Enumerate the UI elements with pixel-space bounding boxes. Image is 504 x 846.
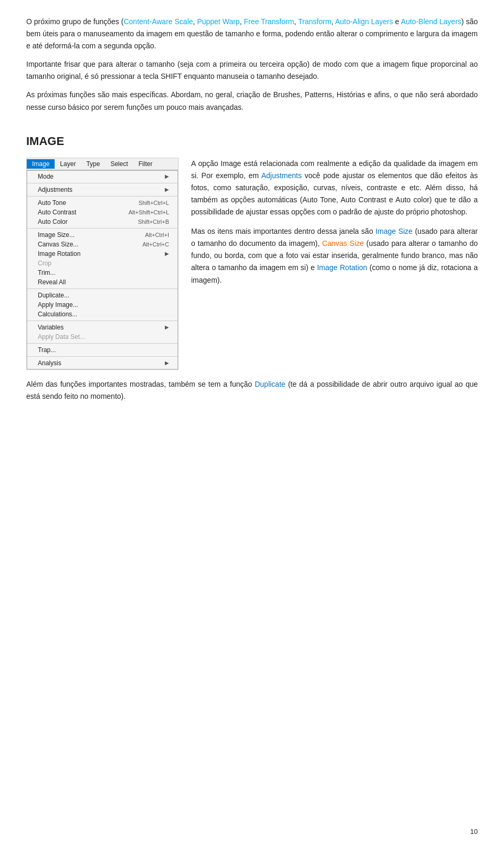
menu-topbar-type: Type bbox=[81, 159, 105, 169]
text-link-imagesize: Image Size bbox=[375, 227, 413, 235]
menu-topbar-select: Select bbox=[105, 159, 133, 169]
menu-item-duplicate: Duplicate... bbox=[27, 291, 177, 300]
text-para1: A opção Image está relacionada com realm… bbox=[191, 158, 478, 218]
link-content-aware: Content-Aware Scale bbox=[123, 17, 193, 26]
menu-screenshot: Image Layer Type Select Filter Mode▶ Adj… bbox=[26, 158, 178, 370]
menu-item-revealall: Reveal All bbox=[27, 277, 177, 287]
menu-topbar-filter: Filter bbox=[133, 159, 158, 169]
menu-item-mode: Mode▶ bbox=[27, 172, 177, 181]
section-heading: IMAGE bbox=[26, 135, 478, 148]
text-link-canvassize: Canvas Size bbox=[322, 239, 364, 247]
text-link-duplicate: Duplicate bbox=[255, 380, 285, 388]
menu-topbar-image: Image bbox=[27, 159, 55, 169]
page-content: O próximo grupo de funções (Content-Awar… bbox=[26, 16, 478, 403]
menu-item-imagesize: Image Size...Alt+Ctrl+I bbox=[27, 230, 177, 240]
link-free-transform: Free Transform bbox=[244, 17, 294, 26]
menu-topbar-layer: Layer bbox=[55, 159, 81, 169]
menu-topbar: Image Layer Type Select Filter bbox=[27, 158, 178, 170]
link-auto-blend: Auto-Blend Layers bbox=[401, 17, 461, 26]
link-puppet-warp: Puppet Warp bbox=[197, 17, 239, 26]
text-para2: Mas os itens mais importantes dentro des… bbox=[191, 225, 478, 286]
menu-item-variables: Variables▶ bbox=[27, 323, 177, 332]
menu-item-trim: Trim... bbox=[27, 268, 177, 277]
menu-item-autotone: Auto ToneShift+Ctrl+L bbox=[27, 198, 177, 208]
menu-item-autocontrast: Auto ContrastAlt+Shift+Ctrl+L bbox=[27, 208, 177, 217]
menu-item-autocolor: Auto ColorShift+Ctrl+B bbox=[27, 217, 177, 226]
menu-item-calculations: Calculations... bbox=[27, 309, 177, 319]
menu-item-trap: Trap... bbox=[27, 345, 177, 355]
menu-item-applydataset: Apply Data Set... bbox=[27, 332, 177, 342]
link-transform: Transform bbox=[298, 17, 331, 26]
menu-item-adjustments: Adjustments▶ bbox=[27, 185, 177, 194]
menu-item-crop: Crop bbox=[27, 259, 177, 268]
menu-item-analysis: Analysis▶ bbox=[27, 358, 177, 368]
intro-para3: As próximas funções são mais específicas… bbox=[26, 89, 478, 113]
menu-item-imagerotation: Image Rotation▶ bbox=[27, 249, 177, 259]
menu-item-canvassize: Canvas Size...Alt+Ctrl+C bbox=[27, 240, 177, 249]
menu-body: Mode▶ Adjustments▶ Auto ToneShift+Ctrl+L… bbox=[27, 170, 178, 369]
text-column: A opção Image está relacionada com realm… bbox=[191, 158, 478, 294]
intro-para2: Importante frisar que para alterar o tam… bbox=[26, 58, 478, 82]
link-auto-align: Auto-Align Layers bbox=[335, 17, 393, 26]
intro-para1: O próximo grupo de funções (Content-Awar… bbox=[26, 16, 478, 52]
bottom-paragraph: Além das funções importantes mostradas, … bbox=[26, 378, 478, 403]
page-number: 10 bbox=[470, 828, 478, 835]
menu-item-applyimage: Apply Image... bbox=[27, 300, 177, 309]
image-text-block: Image Layer Type Select Filter Mode▶ Adj… bbox=[26, 158, 478, 370]
text-link-imagerotation: Image Rotation bbox=[317, 263, 367, 272]
text-link-adjustments: Adjustments bbox=[261, 171, 302, 180]
